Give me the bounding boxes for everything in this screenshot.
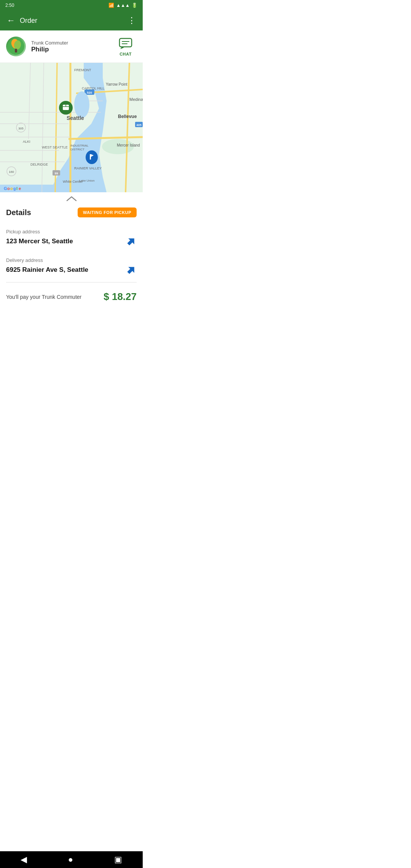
svg-text:o: o [7, 186, 10, 191]
svg-point-34 [74, 91, 89, 118]
svg-text:405: 405 [136, 123, 142, 127]
svg-text:520: 520 [87, 91, 92, 94]
collapse-handle[interactable] [0, 192, 143, 204]
delivery-address-block: Delivery address 6925 Rainier Ave S, Sea… [6, 252, 137, 281]
svg-rect-4 [119, 38, 132, 47]
svg-text:Lake Union: Lake Union [79, 179, 94, 182]
driver-text: Trunk Commuter Philip [31, 40, 115, 53]
map-svg: 305 160 520 405 FREMONT CAPITOL HILL Yar… [0, 63, 143, 192]
chat-button[interactable]: CHAT [115, 35, 137, 58]
map-view[interactable]: 305 160 520 405 FREMONT CAPITOL HILL Yar… [0, 63, 143, 192]
page-title: Order [18, 17, 124, 25]
payment-row: You'll pay your Trunk Commuter $ 18.27 [6, 284, 137, 310]
status-bar: 2:50 📶 ▲▲▲ 🔋 [0, 0, 143, 11]
svg-marker-66 [126, 236, 136, 246]
driver-name: Philip [31, 46, 115, 53]
wifi-icon: 📶 [108, 3, 114, 8]
status-badge: WAITING FOR PICKUP [78, 207, 137, 217]
svg-text:WEST SEATTLE: WEST SEATTLE [42, 145, 68, 149]
svg-text:Bellevue: Bellevue [118, 114, 137, 119]
svg-text:DISTRICT: DISTRICT [70, 148, 84, 151]
svg-text:ALKI: ALKI [23, 140, 30, 144]
pickup-row: 123 Mercer St, Seattle [6, 236, 137, 247]
pickup-address-block: Pickup address 123 Mercer St, Seattle [6, 223, 137, 252]
svg-marker-67 [126, 265, 136, 275]
svg-text:o: o [10, 186, 13, 191]
svg-text:Mercer Island: Mercer Island [117, 143, 140, 147]
driver-info-section: Trunk Commuter Philip CHAT [0, 30, 143, 63]
svg-text:RAINIER VALLEY: RAINIER VALLEY [74, 166, 102, 170]
payment-label: You'll pay your Trunk Commuter [6, 294, 81, 300]
pickup-nav-arrow-icon [126, 236, 136, 246]
app-bar: ← Order ⋮ [0, 11, 143, 30]
pickup-navigate-button[interactable] [126, 236, 137, 247]
svg-text:DELRIDGE: DELRIDGE [30, 163, 48, 166]
svg-text:Seattle: Seattle [67, 115, 84, 121]
svg-text:G: G [4, 186, 7, 191]
svg-text:FREMONT: FREMONT [74, 68, 91, 72]
svg-text:99: 99 [55, 172, 58, 175]
status-time: 2:50 [5, 3, 14, 8]
avatar-image [6, 37, 26, 56]
pickup-value: 123 Mercer St, Seattle [6, 238, 73, 245]
chevron-up-icon [66, 196, 77, 201]
svg-text:305: 305 [18, 127, 24, 130]
delivery-label: Delivery address [6, 257, 137, 263]
svg-text:l: l [16, 186, 18, 191]
delivery-value: 6925 Rainier Ave S, Seattle [6, 266, 88, 274]
details-header: Details WAITING FOR PICKUP [6, 204, 137, 223]
delivery-nav-arrow-icon [126, 265, 136, 275]
delivery-row: 6925 Rainier Ave S, Seattle [6, 265, 137, 275]
chat-label: CHAT [119, 52, 132, 56]
svg-text:g: g [13, 186, 16, 191]
driver-avatar [6, 37, 26, 56]
avatar-graphic [8, 38, 24, 55]
signal-icon: ▲▲▲ [116, 3, 130, 8]
battery-icon: 🔋 [132, 3, 137, 8]
delivery-navigate-button[interactable] [126, 265, 137, 275]
chat-icon [119, 38, 132, 50]
pickup-label: Pickup address [6, 229, 137, 235]
svg-text:e: e [19, 186, 21, 191]
details-title: Details [6, 208, 31, 217]
svg-rect-3 [15, 49, 17, 53]
details-section: Details WAITING FOR PICKUP Pickup addres… [0, 204, 143, 310]
svg-text:160: 160 [9, 170, 14, 174]
divider [6, 282, 137, 282]
svg-text:Yarrow Point: Yarrow Point [106, 82, 127, 86]
back-button[interactable]: ← [4, 13, 18, 29]
chat-icon-wrapper [118, 37, 134, 51]
driver-company: Trunk Commuter [31, 40, 115, 46]
svg-text:INDUSTRIAL: INDUSTRIAL [70, 144, 89, 147]
svg-rect-64 [90, 154, 91, 160]
status-icons: 📶 ▲▲▲ 🔋 [108, 3, 137, 8]
svg-text:CAPITOL HILL: CAPITOL HILL [82, 86, 105, 90]
svg-text:Medina: Medina [129, 97, 143, 102]
payment-amount: $ 18.27 [104, 291, 137, 303]
more-options-button[interactable]: ⋮ [124, 13, 139, 29]
